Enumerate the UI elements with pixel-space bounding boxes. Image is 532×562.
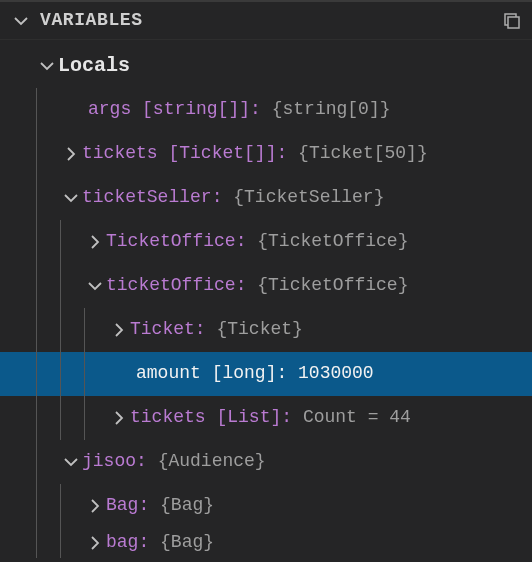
chevron-right-icon[interactable]	[108, 322, 130, 338]
variable-value: {TicketSeller}	[233, 187, 384, 209]
chevron-right-icon[interactable]	[84, 498, 106, 514]
colon: :	[276, 363, 287, 385]
colon: :	[138, 495, 149, 517]
variable-name: ticketOffice	[106, 275, 236, 297]
variable-name: tickets	[82, 143, 158, 165]
chevron-down-icon[interactable]	[60, 454, 82, 470]
variable-value: Count = 44	[303, 407, 411, 429]
variable-row[interactable]: • args [string[]] : {string[0]}	[0, 88, 532, 132]
colon: :	[250, 99, 261, 121]
variable-value: {string[0]}	[272, 99, 391, 121]
variable-name: jisoo	[82, 451, 136, 473]
no-twist: •	[108, 363, 130, 385]
scope-row[interactable]: Locals	[0, 44, 532, 88]
no-twist: •	[60, 99, 82, 121]
chevron-right-icon[interactable]	[60, 146, 82, 162]
colon: :	[138, 532, 149, 554]
colon: :	[136, 451, 147, 473]
variable-row[interactable]: tickets [List] : Count = 44	[0, 396, 532, 440]
panel-header[interactable]: VARIABLES	[0, 2, 532, 40]
variable-value: 1030000	[298, 363, 374, 385]
variable-row[interactable]: ticketOffice : {TicketOffice}	[0, 264, 532, 308]
svg-rect-1	[508, 17, 519, 28]
variable-type: [string[]]	[142, 99, 250, 121]
chevron-down-icon[interactable]	[36, 58, 58, 74]
variable-value: {Bag}	[160, 532, 214, 554]
colon: :	[236, 231, 247, 253]
panel-title: VARIABLES	[40, 10, 502, 32]
variable-row[interactable]: TicketOffice : {TicketOffice}	[0, 220, 532, 264]
variable-value: {Bag}	[160, 495, 214, 517]
variable-row[interactable]: ticketSeller : {TicketSeller}	[0, 176, 532, 220]
variable-name: tickets	[130, 407, 206, 429]
variable-row[interactable]: bag : {Bag}	[0, 528, 532, 558]
colon: :	[281, 407, 292, 429]
colon: :	[236, 275, 247, 297]
chevron-down-icon[interactable]	[84, 278, 106, 294]
chevron-right-icon[interactable]	[84, 535, 106, 551]
variable-type: [long]	[212, 363, 277, 385]
variable-name: Bag	[106, 495, 138, 517]
variable-type: [Ticket[]]	[168, 143, 276, 165]
variable-value: {Ticket[50]}	[298, 143, 428, 165]
variable-name: bag	[106, 532, 138, 554]
colon: :	[195, 319, 206, 341]
colon: :	[276, 143, 287, 165]
chevron-right-icon[interactable]	[108, 410, 130, 426]
scope-name: Locals	[58, 54, 130, 78]
variable-value: {TicketOffice}	[257, 275, 408, 297]
variable-value: {TicketOffice}	[257, 231, 408, 253]
variable-row[interactable]: • amount [long] : 1030000	[0, 352, 532, 396]
variable-name: args	[88, 99, 131, 121]
variable-value: {Ticket}	[216, 319, 302, 341]
chevron-down-icon[interactable]	[10, 13, 32, 29]
variables-panel: VARIABLES Locals • args [s	[0, 0, 532, 562]
variable-name: TicketOffice	[106, 231, 236, 253]
chevron-right-icon[interactable]	[84, 234, 106, 250]
variable-row[interactable]: Bag : {Bag}	[0, 484, 532, 528]
variable-value: {Audience}	[158, 451, 266, 473]
variable-name: amount	[136, 363, 201, 385]
variable-row[interactable]: jisoo : {Audience}	[0, 440, 532, 484]
chevron-down-icon[interactable]	[60, 190, 82, 206]
variable-row[interactable]: Ticket : {Ticket}	[0, 308, 532, 352]
variables-tree: Locals • args [string[]] : {string[0]} t…	[0, 40, 532, 562]
variable-name: ticketSeller	[82, 187, 212, 209]
collapse-all-icon[interactable]	[502, 11, 522, 31]
variable-type: [List]	[216, 407, 281, 429]
variable-row[interactable]: tickets [Ticket[]] : {Ticket[50]}	[0, 132, 532, 176]
variable-name: Ticket	[130, 319, 195, 341]
colon: :	[212, 187, 223, 209]
